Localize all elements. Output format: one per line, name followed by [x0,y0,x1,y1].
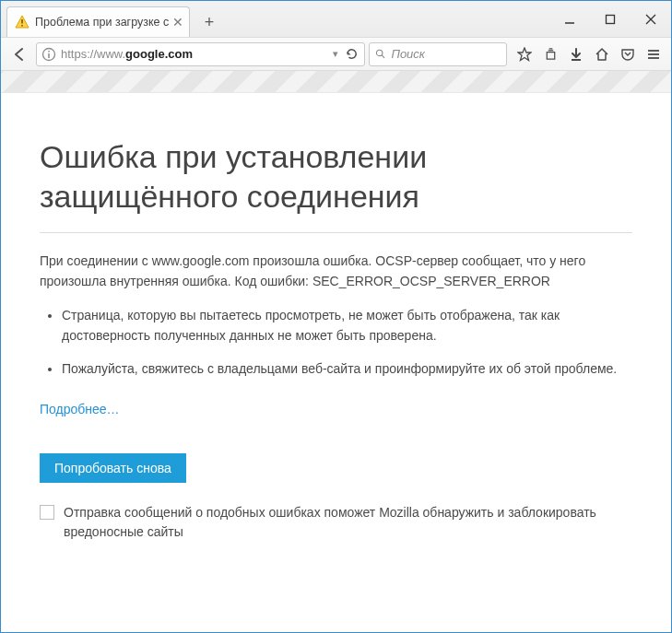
maximize-button[interactable] [590,1,631,37]
minimize-button[interactable] [549,1,590,37]
svg-rect-1 [21,19,23,24]
new-tab-button[interactable]: + [197,8,221,37]
svg-line-12 [382,55,384,58]
window-controls [549,1,671,37]
error-heading: Ошибка при установлении защищённого соед… [40,137,632,233]
svg-rect-14 [547,53,554,60]
library-icon[interactable] [538,41,562,67]
bookmark-star-icon[interactable] [513,41,536,67]
toolbar-icons [513,41,666,67]
svg-marker-13 [518,48,531,61]
error-list-item: Страница, которую вы пытаетесь просмотре… [62,306,632,346]
svg-rect-9 [48,53,50,58]
navbar: https://www.google.com ▾ [1,38,671,71]
downloads-icon[interactable] [564,41,588,67]
url-bar[interactable]: https://www.google.com ▾ [36,42,365,66]
retry-button[interactable]: Попробовать снова [40,453,186,483]
svg-rect-2 [21,25,23,27]
svg-rect-4 [607,15,615,23]
pocket-icon[interactable] [616,41,640,67]
url-text: https://www.google.com [61,47,329,61]
url-dropdown-icon[interactable]: ▾ [329,48,342,60]
search-input[interactable] [389,46,501,62]
error-list: Страница, которую вы пытаетесь просмотре… [40,306,632,379]
learn-more-link[interactable]: Подробнее… [40,402,120,416]
search-bar[interactable] [369,42,507,66]
report-label: Отправка сообщений о подобных ошибках по… [64,503,632,542]
browser-tab[interactable]: Проблема при загрузке стр ✕ [6,6,190,37]
warning-icon [15,15,29,29]
report-checkbox[interactable] [40,505,54,520]
warning-stripe [1,71,671,93]
error-page: Ошибка при установлении защищённого соед… [1,93,671,560]
close-tab-icon[interactable]: ✕ [172,16,183,29]
back-button[interactable] [6,41,32,67]
search-icon [375,48,385,60]
reload-button[interactable] [342,47,360,61]
tab-title: Проблема при загрузке стр [35,16,169,29]
error-list-item: Пожалуйста, свяжитесь с владельцами веб-… [62,359,632,380]
home-icon[interactable] [590,41,614,67]
svg-rect-8 [48,51,50,53]
identity-icon[interactable] [41,46,57,63]
report-row: Отправка сообщений о подобных ошибках по… [40,503,632,542]
svg-marker-10 [347,52,350,55]
menu-icon[interactable] [642,41,666,67]
svg-point-11 [376,50,382,55]
titlebar: Проблема при загрузке стр ✕ + [1,1,671,38]
error-description: При соединении с www.google.com произошл… [40,252,632,291]
close-window-button[interactable] [631,1,671,37]
